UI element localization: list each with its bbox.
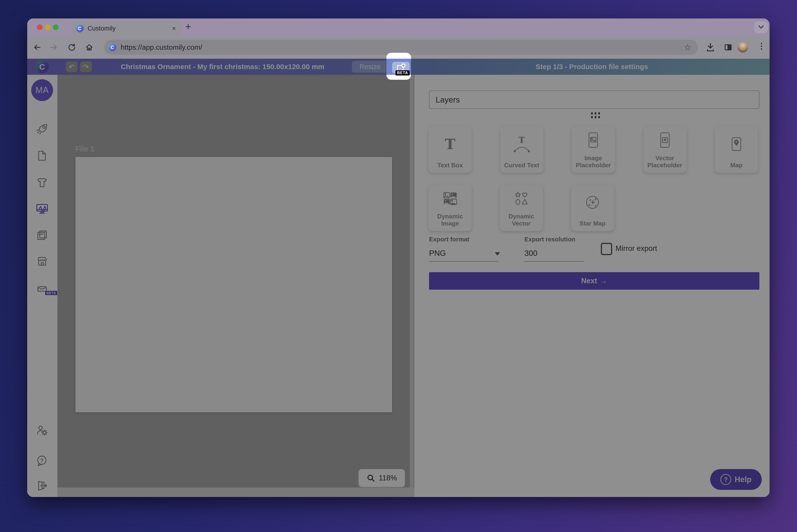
profile-avatar[interactable] (738, 42, 748, 53)
browser-menu-button[interactable]: ⋮ (758, 41, 765, 51)
browser-window: C Customily × + C https://app.customily.… (27, 18, 770, 497)
back-button[interactable] (33, 43, 41, 52)
dim-overlay (27, 59, 770, 497)
url-text: https://app.customily.com/ (121, 43, 684, 51)
download-button[interactable] (705, 42, 716, 53)
home-button[interactable] (85, 43, 93, 52)
browser-tab[interactable]: C Customily × (72, 21, 181, 36)
forward-button[interactable] (50, 43, 58, 52)
close-tab-icon[interactable]: × (172, 25, 176, 32)
new-tab-button[interactable]: + (185, 22, 191, 32)
tab-strip: C Customily × + (27, 18, 770, 36)
beta-spotlight: BETA (386, 53, 411, 80)
chevron-down-icon (758, 25, 764, 30)
desktop-background: C Customily × + C https://app.customily.… (0, 0, 797, 532)
tab-overflow-button[interactable] (754, 21, 768, 33)
tab-title: Customily (88, 25, 172, 32)
bookmark-star-icon[interactable]: ☆ (684, 42, 691, 52)
minimize-window-button[interactable] (45, 24, 51, 30)
reload-button[interactable] (68, 43, 76, 52)
maximize-window-button[interactable] (53, 24, 59, 30)
customily-favicon: C (76, 24, 84, 33)
split-panel-icon[interactable] (723, 42, 733, 53)
close-window-button[interactable] (37, 24, 43, 30)
url-favicon: C (108, 43, 116, 51)
beta-badge: BETA (395, 70, 410, 76)
